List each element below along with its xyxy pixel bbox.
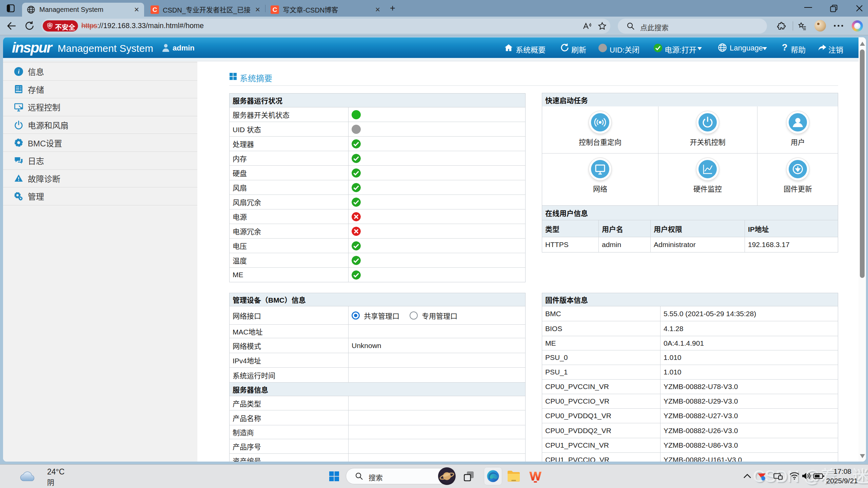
svg-text:i: i <box>18 68 20 75</box>
